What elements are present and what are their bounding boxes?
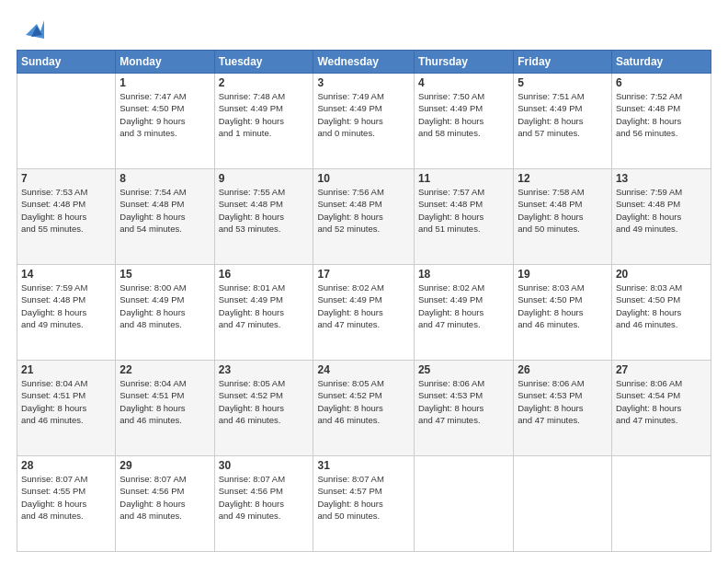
day-number: 25 [418, 363, 509, 376]
day-info: Sunrise: 8:05 AM Sunset: 4:52 PM Dayligh… [317, 377, 409, 426]
calendar-cell: 6Sunrise: 7:52 AM Sunset: 4:48 PM Daylig… [611, 74, 711, 169]
day-info: Sunrise: 7:48 AM Sunset: 4:49 PM Dayligh… [219, 90, 310, 139]
day-info: Sunrise: 7:50 AM Sunset: 4:49 PM Dayligh… [418, 90, 509, 139]
calendar-cell: 4Sunrise: 7:50 AM Sunset: 4:49 PM Daylig… [414, 74, 513, 169]
calendar-cell [17, 74, 116, 169]
day-number: 4 [418, 76, 509, 89]
calendar-page: SundayMondayTuesdayWednesdayThursdayFrid… [0, 0, 728, 563]
calendar-cell: 5Sunrise: 7:51 AM Sunset: 4:49 PM Daylig… [514, 74, 612, 169]
day-number: 23 [219, 363, 310, 376]
calendar-table: SundayMondayTuesdayWednesdayThursdayFrid… [17, 50, 711, 552]
day-header-wednesday: Wednesday [313, 51, 414, 74]
calendar-cell: 1Sunrise: 7:47 AM Sunset: 4:50 PM Daylig… [116, 74, 214, 169]
day-number: 10 [317, 172, 409, 185]
day-number: 21 [21, 363, 111, 376]
day-number: 17 [317, 268, 409, 281]
calendar-cell: 14Sunrise: 7:59 AM Sunset: 4:48 PM Dayli… [17, 265, 116, 361]
calendar-cell [514, 456, 612, 552]
day-info: Sunrise: 8:05 AM Sunset: 4:52 PM Dayligh… [219, 377, 310, 426]
day-number: 16 [219, 268, 310, 281]
calendar-cell: 28Sunrise: 8:07 AM Sunset: 4:55 PM Dayli… [17, 456, 116, 552]
day-info: Sunrise: 8:01 AM Sunset: 4:49 PM Dayligh… [219, 282, 310, 330]
day-number: 14 [21, 268, 111, 281]
day-info: Sunrise: 7:59 AM Sunset: 4:48 PM Dayligh… [21, 282, 111, 330]
week-row-4: 21Sunrise: 8:04 AM Sunset: 4:51 PM Dayli… [17, 361, 711, 456]
calendar-cell [414, 456, 513, 552]
calendar-cell: 10Sunrise: 7:56 AM Sunset: 4:48 PM Dayli… [313, 169, 414, 265]
day-info: Sunrise: 8:02 AM Sunset: 4:49 PM Dayligh… [317, 282, 409, 330]
day-number: 30 [219, 459, 310, 472]
day-info: Sunrise: 8:03 AM Sunset: 4:50 PM Dayligh… [616, 282, 707, 330]
day-info: Sunrise: 7:52 AM Sunset: 4:48 PM Dayligh… [616, 90, 707, 139]
day-info: Sunrise: 8:06 AM Sunset: 4:54 PM Dayligh… [616, 377, 707, 426]
calendar-cell: 30Sunrise: 8:07 AM Sunset: 4:56 PM Dayli… [214, 456, 313, 552]
day-info: Sunrise: 8:03 AM Sunset: 4:50 PM Dayligh… [518, 282, 608, 330]
day-number: 5 [518, 76, 608, 89]
calendar-cell: 22Sunrise: 8:04 AM Sunset: 4:51 PM Dayli… [116, 361, 214, 456]
week-row-2: 7Sunrise: 7:53 AM Sunset: 4:48 PM Daylig… [17, 169, 711, 265]
calendar-cell: 9Sunrise: 7:55 AM Sunset: 4:48 PM Daylig… [214, 169, 313, 265]
calendar-cell [611, 456, 711, 552]
day-number: 13 [616, 172, 707, 185]
day-info: Sunrise: 8:07 AM Sunset: 4:56 PM Dayligh… [119, 473, 210, 522]
calendar-cell: 18Sunrise: 8:02 AM Sunset: 4:49 PM Dayli… [414, 265, 513, 361]
days-header-row: SundayMondayTuesdayWednesdayThursdayFrid… [17, 51, 711, 74]
calendar-cell: 20Sunrise: 8:03 AM Sunset: 4:50 PM Dayli… [611, 265, 711, 361]
week-row-3: 14Sunrise: 7:59 AM Sunset: 4:48 PM Dayli… [17, 265, 711, 361]
day-number: 31 [317, 459, 409, 472]
day-number: 8 [119, 172, 210, 185]
day-header-monday: Monday [116, 51, 214, 74]
calendar-cell: 24Sunrise: 8:05 AM Sunset: 4:52 PM Dayli… [313, 361, 414, 456]
day-number: 9 [219, 172, 310, 185]
calendar-cell: 26Sunrise: 8:06 AM Sunset: 4:53 PM Dayli… [514, 361, 612, 456]
day-number: 27 [616, 363, 707, 376]
calendar-cell: 7Sunrise: 7:53 AM Sunset: 4:48 PM Daylig… [17, 169, 116, 265]
calendar-cell: 23Sunrise: 8:05 AM Sunset: 4:52 PM Dayli… [214, 361, 313, 456]
header [17, 17, 711, 42]
day-info: Sunrise: 8:06 AM Sunset: 4:53 PM Dayligh… [418, 377, 509, 426]
calendar-cell: 2Sunrise: 7:48 AM Sunset: 4:49 PM Daylig… [214, 74, 313, 169]
day-number: 19 [518, 268, 608, 281]
calendar-cell: 12Sunrise: 7:58 AM Sunset: 4:48 PM Dayli… [514, 169, 612, 265]
calendar-cell: 21Sunrise: 8:04 AM Sunset: 4:51 PM Dayli… [17, 361, 116, 456]
calendar-cell: 11Sunrise: 7:57 AM Sunset: 4:48 PM Dayli… [414, 169, 513, 265]
day-number: 12 [518, 172, 608, 185]
calendar-cell: 3Sunrise: 7:49 AM Sunset: 4:49 PM Daylig… [313, 74, 414, 169]
day-header-tuesday: Tuesday [214, 51, 313, 74]
day-info: Sunrise: 7:54 AM Sunset: 4:48 PM Dayligh… [119, 186, 210, 235]
calendar-cell: 19Sunrise: 8:03 AM Sunset: 4:50 PM Dayli… [514, 265, 612, 361]
day-info: Sunrise: 7:49 AM Sunset: 4:49 PM Dayligh… [317, 90, 409, 139]
day-number: 24 [317, 363, 409, 376]
day-header-friday: Friday [514, 51, 612, 74]
day-info: Sunrise: 7:47 AM Sunset: 4:50 PM Dayligh… [119, 90, 210, 139]
day-info: Sunrise: 7:58 AM Sunset: 4:48 PM Dayligh… [518, 186, 608, 235]
day-info: Sunrise: 8:06 AM Sunset: 4:53 PM Dayligh… [518, 377, 608, 426]
calendar-cell: 31Sunrise: 8:07 AM Sunset: 4:57 PM Dayli… [313, 456, 414, 552]
day-number: 26 [518, 363, 608, 376]
day-number: 6 [616, 76, 707, 89]
day-number: 3 [317, 76, 409, 89]
day-info: Sunrise: 7:53 AM Sunset: 4:48 PM Dayligh… [21, 186, 111, 235]
day-info: Sunrise: 8:07 AM Sunset: 4:57 PM Dayligh… [317, 473, 409, 522]
calendar-cell: 8Sunrise: 7:54 AM Sunset: 4:48 PM Daylig… [116, 169, 214, 265]
day-number: 2 [219, 76, 310, 89]
week-row-1: 1Sunrise: 7:47 AM Sunset: 4:50 PM Daylig… [17, 74, 711, 169]
logo-icon [18, 17, 44, 42]
day-header-saturday: Saturday [611, 51, 711, 74]
day-number: 7 [21, 172, 111, 185]
day-info: Sunrise: 7:56 AM Sunset: 4:48 PM Dayligh… [317, 186, 409, 235]
day-number: 29 [119, 459, 210, 472]
day-info: Sunrise: 7:55 AM Sunset: 4:48 PM Dayligh… [219, 186, 310, 235]
calendar-cell: 15Sunrise: 8:00 AM Sunset: 4:49 PM Dayli… [116, 265, 214, 361]
calendar-cell: 16Sunrise: 8:01 AM Sunset: 4:49 PM Dayli… [214, 265, 313, 361]
day-header-thursday: Thursday [414, 51, 513, 74]
calendar-cell: 25Sunrise: 8:06 AM Sunset: 4:53 PM Dayli… [414, 361, 513, 456]
day-number: 20 [616, 268, 707, 281]
calendar-cell: 17Sunrise: 8:02 AM Sunset: 4:49 PM Dayli… [313, 265, 414, 361]
calendar-cell: 29Sunrise: 8:07 AM Sunset: 4:56 PM Dayli… [116, 456, 214, 552]
day-info: Sunrise: 7:57 AM Sunset: 4:48 PM Dayligh… [418, 186, 509, 235]
day-number: 15 [119, 268, 210, 281]
logo [17, 20, 44, 42]
day-info: Sunrise: 8:00 AM Sunset: 4:49 PM Dayligh… [119, 282, 210, 330]
day-info: Sunrise: 7:51 AM Sunset: 4:49 PM Dayligh… [518, 90, 608, 139]
